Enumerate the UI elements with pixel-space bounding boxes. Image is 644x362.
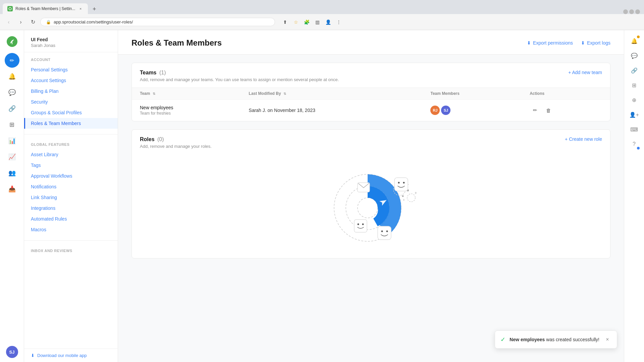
roles-illustration: + + + [132,154,610,258]
teams-card-subtitle: Add, remove and manage your teams. You c… [140,77,339,82]
page-header: Roles & Team Members ⬇ Export permission… [118,30,624,55]
delete-team-button[interactable]: 🗑 [543,105,554,116]
main-body: Teams (1) Add, remove and manage your te… [118,55,624,275]
rp-user-add-icon[interactable]: 👤+ [628,108,641,121]
sidebar-item-notifications[interactable]: Notifications [24,181,118,192]
download-icon: ⬇ [527,40,531,46]
rp-help-icon[interactable]: ? [628,137,641,151]
sidebar-item-tags[interactable]: Tags [24,160,118,171]
rp-message-icon[interactable]: 💬 [628,49,641,62]
toast-success-icon: ✓ [500,336,505,343]
avatar-rj: RJ [430,106,440,115]
forward-button[interactable]: › [16,17,25,27]
grid-icon[interactable]: ⊞ [5,117,19,132]
sort-icon-team[interactable]: ⇅ [153,92,155,96]
toast-text: New employees was created successfully! [509,337,599,342]
window-minimize[interactable] [623,9,628,14]
link-icon[interactable]: 🔗 [5,101,19,116]
lock-icon: 🔒 [46,20,51,24]
svg-point-18 [398,182,400,184]
roles-title-group: Roles (0) Add, remove and manage your ro… [140,136,212,149]
team-name-cell: New employees Team for freshies [132,100,241,121]
svg-point-3 [358,198,378,218]
sidebar: UI Feed Sarah Jonas Account Personal Set… [24,30,118,362]
download-app-link[interactable]: ⬇ Download our mobile app [31,353,111,358]
account-section-label: Account [24,58,118,64]
sidebar-item-link-sharing[interactable]: Link Sharing [24,192,118,203]
nav-actions: ⬆ ☆ 🧩 ▥ 👤 ⋮ [280,17,343,27]
main-content: Roles & Team Members ⬇ Export permission… [118,30,624,362]
tab-close-button[interactable]: × [78,6,83,11]
team-name: New employees [140,105,233,110]
bar-chart-icon[interactable]: 📈 [5,149,19,164]
sidebar-item-account-settings[interactable]: Account Settings [24,75,118,86]
reload-button[interactable]: ↻ [28,17,38,27]
edit-team-button[interactable]: ✏ [530,105,540,116]
svg-point-16 [386,231,388,232]
compose-icon[interactable]: ✏ [5,53,19,68]
sidebar-item-roles[interactable]: Roles & Team Members [24,118,118,129]
export-permissions-link[interactable]: ⬇ Export permissions [527,40,573,46]
svg-point-12 [358,224,359,225]
analytics-icon[interactable]: 📊 [5,133,19,148]
team-icon[interactable]: 👥 [5,166,19,180]
sidebar-divider-2 [24,240,118,241]
address-bar[interactable]: 🔒 app.sproutsocial.com/settings/user-rol… [40,18,275,26]
svg-rect-11 [354,220,367,232]
svg-point-19 [403,182,405,184]
user-avatar[interactable]: SJ [6,346,18,358]
sidebar-item-groups[interactable]: Groups & Social Profiles [24,107,118,118]
rp-link-icon[interactable]: 🔗 [628,64,641,77]
sidebar-item-security[interactable]: Security [24,97,118,107]
rp-grid-icon[interactable]: ⊞ [628,78,641,92]
sidebar-item-personal-settings[interactable]: Personal Settings [24,64,118,75]
add-new-team-button[interactable]: + Add new team [568,70,602,75]
illustration-svg: + + + [304,161,438,248]
sort-icon-modified[interactable]: ⇅ [283,92,286,96]
rp-keyboard-icon[interactable]: ⌨ [628,123,641,136]
teams-card: Teams (1) Add, remove and manage your te… [131,63,610,121]
avatar-stack: RJ SJ [430,106,514,115]
avatar-sj: SJ [441,106,450,115]
sidebar-item-billing[interactable]: Billing & Plan [24,86,118,97]
action-buttons: ✏ 🗑 [530,105,602,116]
bookmark-button[interactable]: ☆ [291,17,301,27]
message-icon[interactable]: 💬 [5,85,19,100]
window-close[interactable] [635,9,640,14]
sidebar-toggle[interactable]: ▥ [313,17,322,27]
tab-bar: Roles & Team Members | Settin... × + [0,0,644,14]
sidebar-item-approval[interactable]: Approval Workflows [24,171,118,181]
back-button[interactable]: ‹ [4,17,13,27]
toast-close-button[interactable]: × [603,336,611,344]
extensions-button[interactable]: 🧩 [302,17,311,27]
svg-rect-17 [394,178,408,191]
rp-add-icon[interactable]: ⊕ [628,93,641,107]
inbox-icon[interactable]: 📥 [5,182,19,196]
share-button[interactable]: ⬆ [280,17,290,27]
sidebar-item-integrations[interactable]: Integrations [24,203,118,214]
sidebar-app-name: UI Feed [31,37,111,42]
col-team: Team ⇅ [132,88,241,100]
svg-rect-14 [378,226,391,240]
bell-icon[interactable]: 🔔 [5,69,19,84]
svg-text:+: + [415,191,417,195]
sprout-logo[interactable] [5,34,19,49]
inbox-section: Inbox and Reviews [24,243,118,258]
sidebar-item-automated-rules[interactable]: Automated Rules [24,214,118,224]
export-logs-link[interactable]: ⬇ Export logs [581,40,610,46]
window-maximize[interactable] [629,9,634,14]
rp-bell-icon[interactable]: 🔔 [628,34,641,48]
profile-button[interactable]: 👤 [323,17,333,27]
last-modified-value: Sarah J. on November 18, 2023 [249,108,315,113]
active-tab[interactable]: Roles & Team Members | Settin... × [3,3,88,14]
svg-text:+: + [403,198,405,202]
roles-card-title: Roles (0) [140,136,212,142]
sidebar-item-asset-library[interactable]: Asset Library [24,149,118,160]
address-text: app.sproutsocial.com/settings/user-roles… [54,19,269,24]
create-new-role-button[interactable]: + Create new role [565,136,602,142]
sidebar-item-macros[interactable]: Macros [24,224,118,235]
menu-button[interactable]: ⋮ [334,17,343,27]
table-row: New employees Team for freshies Sarah J.… [132,100,610,121]
new-tab-button[interactable]: + [89,4,99,14]
page-title: Roles & Team Members [131,38,222,48]
